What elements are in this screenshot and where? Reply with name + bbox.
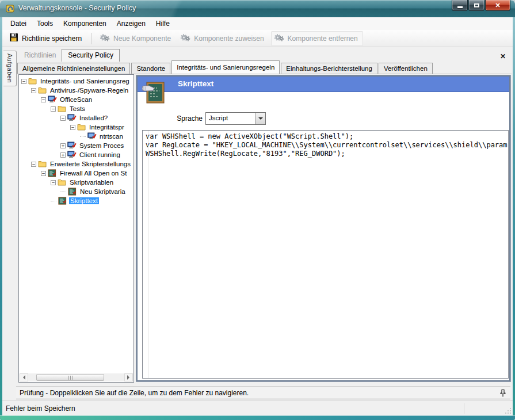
collapse-icon[interactable]: − <box>41 171 46 176</box>
tree-item-installed[interactable]: −Installed? <box>19 113 133 123</box>
tree-item-system-proces[interactable]: +System Proces <box>19 141 133 150</box>
application-window: Verwaltungskonsole - Security Policy ✕ D… <box>0 0 515 420</box>
collapse-icon[interactable]: − <box>70 125 75 130</box>
tree-item-label[interactable]: Neu Skriptvaria <box>79 188 127 195</box>
pin-icon[interactable] <box>499 389 507 398</box>
folder-icon <box>58 178 67 186</box>
collapse-icon[interactable]: − <box>51 180 56 185</box>
language-row: Sprache Jscript <box>138 112 368 125</box>
tree-item-label[interactable]: System Proces <box>78 142 125 149</box>
menu-item-datei[interactable]: Datei <box>5 18 32 29</box>
minimize-button[interactable] <box>452 0 468 11</box>
dropdown-button[interactable] <box>255 113 265 124</box>
tree-item-label[interactable]: Skripttext <box>69 197 99 204</box>
document-tabs: RichtlinienSecurity Policy <box>18 49 120 62</box>
tree-item-officescan[interactable]: −OfficeScan <box>19 95 133 104</box>
tree-item-antivirus-spyware-regeln[interactable]: −Antivirus-/Spyware-Regeln <box>19 86 133 95</box>
tree-item-label[interactable]: OfficeScan <box>59 96 93 103</box>
tree-item-label[interactable]: Integritätspr <box>88 124 125 131</box>
scroll-left-button[interactable] <box>20 373 28 381</box>
policy-tree-panel: −Integritäts- und Sanierungsreg−Antiviru… <box>18 74 134 383</box>
tab-einhaltungs-berichterstellung[interactable]: Einhaltungs-Berichterstellung <box>281 63 377 74</box>
tree-item-label[interactable]: Firewall All Open on St <box>59 170 128 177</box>
tree-item-label[interactable]: Integritäts- und Sanierungsreg <box>39 78 131 85</box>
window-title: Verwaltungskonsole - Security Policy <box>18 0 136 17</box>
status-separator <box>464 403 464 414</box>
script-icon <box>68 188 77 196</box>
new-component-button[interactable]: Neue Komponente <box>97 32 176 45</box>
expand-icon[interactable]: + <box>60 152 66 158</box>
tab-integritäts-und-sanierungsregeln[interactable]: Integritäts- und Sanierungsregeln <box>171 60 280 74</box>
tree-item-neu-skriptvaria[interactable]: Neu Skriptvaria <box>19 187 133 196</box>
tree-horizontal-scrollbar[interactable] <box>20 373 133 381</box>
tree-item-skripttext[interactable]: Skripttext <box>19 196 133 205</box>
menu-item-tools[interactable]: Tools <box>32 18 58 29</box>
language-label: Sprache <box>139 114 203 123</box>
scroll-left-icon <box>21 375 25 380</box>
tab-richtlinien[interactable]: Richtlinien <box>18 49 62 62</box>
tab-allgemeine-richtinieneinstellungen[interactable]: Allgemeine Richtinieneinstellungen <box>17 63 130 74</box>
remove-component-button[interactable]: Komponente entfernen <box>271 31 363 46</box>
tree-item-label[interactable]: Client running <box>78 151 121 158</box>
tab-security-policy[interactable]: Security Policy <box>62 49 120 62</box>
folder-icon <box>38 160 47 168</box>
collapse-icon[interactable]: − <box>31 88 36 93</box>
tree-item-label[interactable]: Erweiterte Skripterstellungs <box>49 161 132 167</box>
collapse-icon[interactable]: − <box>41 97 46 102</box>
status-text: Fehler beim Speichern <box>6 404 75 413</box>
tree-item-label[interactable]: Tests <box>68 105 86 112</box>
tree-item-client-running[interactable]: +Client running <box>19 150 133 159</box>
save-icon <box>9 33 18 44</box>
collapse-icon[interactable]: − <box>60 116 66 121</box>
chevron-down-icon <box>258 117 263 122</box>
status-bar: Fehler beim Speichern <box>2 400 513 415</box>
tree-item-label[interactable]: Skriptvariablen <box>68 179 115 186</box>
computer-icon <box>87 132 97 140</box>
tasks-side-tab[interactable]: Aufgaben <box>3 51 17 86</box>
tree-item-erweiterte-skripterstellungs[interactable]: −Erweiterte Skripterstellungs <box>19 159 133 169</box>
tree-item-integritätspr[interactable]: −Integritätspr <box>19 123 133 132</box>
title-bar[interactable]: Verwaltungskonsole - Security Policy ✕ <box>0 0 515 17</box>
language-dropdown[interactable]: Jscript <box>205 112 266 125</box>
scroll-right-button[interactable] <box>124 373 133 381</box>
remove-component-label: Komponente entfernen <box>288 35 358 43</box>
save-policy-button[interactable]: Richtlinie speichern <box>7 31 86 45</box>
tree-item-ntrtscan[interactable]: ntrtscan <box>19 132 133 141</box>
collapse-icon[interactable]: − <box>21 79 26 84</box>
tree-item-label[interactable]: Antivirus-/Spyware-Regeln <box>49 87 129 94</box>
tab-veröffentlichen[interactable]: Veröffentlichen <box>379 63 433 74</box>
tree-item-skriptvariablen[interactable]: −Skriptvariablen <box>19 178 133 187</box>
app-icon <box>6 4 15 13</box>
menu-item-anzeigen[interactable]: Anzeigen <box>112 18 151 29</box>
toolbar: Richtlinie speichern Neue Komponente Kom… <box>2 30 513 47</box>
check-result-text: Prüfung - Doppelklicken Sie auf die Zeil… <box>20 389 499 397</box>
collapse-icon[interactable]: − <box>31 162 36 167</box>
script-text-editor[interactable]: var WSHShell = new ActiveXObject("WScrip… <box>142 130 509 379</box>
maximize-icon <box>474 3 479 7</box>
tree-connector <box>51 201 56 201</box>
scrollbar-thumb[interactable] <box>36 374 104 381</box>
menu-item-komponenten[interactable]: Komponenten <box>58 18 112 29</box>
folder-icon <box>28 77 37 85</box>
assign-component-button[interactable]: Komponente zuweisen <box>178 32 268 45</box>
resize-grip[interactable] <box>505 407 512 414</box>
menu-item-hilfe[interactable]: Hilfe <box>151 18 175 29</box>
toolbar-separator <box>91 33 92 44</box>
tree-item-firewall-all-open-on-st[interactable]: −Firewall All Open on St <box>19 169 133 178</box>
menu-bar: DateiToolsKomponentenAnzeigenHilfe <box>2 17 513 30</box>
tree-item-tests[interactable]: −Tests <box>19 104 133 113</box>
collapse-icon[interactable]: − <box>51 106 56 112</box>
tree-item-label[interactable]: ntrtscan <box>98 133 124 140</box>
tree-connector <box>80 136 86 137</box>
tab-close-icon[interactable]: ✕ <box>499 53 507 61</box>
close-button[interactable]: ✕ <box>485 0 510 11</box>
tab-standorte[interactable]: Standorte <box>131 63 170 74</box>
computer-icon <box>67 151 77 159</box>
computer-icon <box>67 114 77 122</box>
save-policy-label: Richtlinie speichern <box>22 35 82 43</box>
maximize-button[interactable] <box>468 0 485 11</box>
tree-item-integritäts-und-sanierungsreg[interactable]: −Integritäts- und Sanierungsreg <box>19 77 133 86</box>
tree-item-label[interactable]: Installed? <box>78 114 109 121</box>
expand-icon[interactable]: + <box>60 143 66 148</box>
gears-icon <box>100 33 110 44</box>
